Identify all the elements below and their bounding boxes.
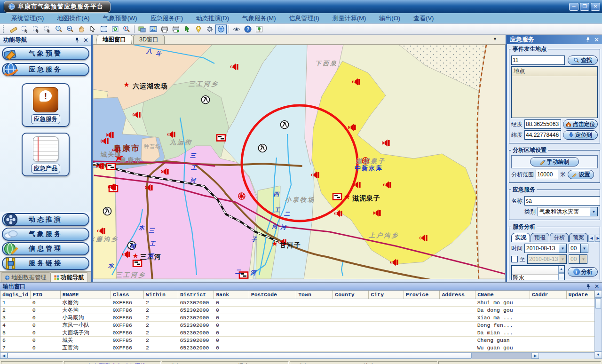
restore-button[interactable]: ❐: [580, 3, 589, 11]
chevron-down-icon[interactable]: ▼: [580, 244, 588, 253]
to-checkbox[interactable]: [511, 256, 518, 262]
station-marker[interactable]: [281, 121, 289, 129]
hour-to-select[interactable]: 00▼: [569, 254, 587, 264]
close-panel-icon[interactable]: ✕: [594, 36, 599, 43]
analyze-button[interactable]: i 分析: [568, 267, 598, 277]
toolbar-export-button[interactable]: [148, 24, 159, 34]
map-tab-dropdown-button[interactable]: ▼: [493, 37, 497, 41]
station-marker[interactable]: [259, 144, 267, 152]
tab-scroll-right-icon[interactable]: ▶: [595, 235, 600, 242]
manual-draw-button[interactable]: 手动绘制: [530, 157, 579, 166]
toolbar-refresh-button[interactable]: [110, 24, 121, 34]
roadsign-marker[interactable]: [107, 164, 115, 170]
click-locate-button[interactable]: 点击定位: [563, 119, 598, 129]
service-name-input[interactable]: [524, 196, 600, 206]
toolbar-help-button[interactable]: ?: [242, 24, 253, 34]
toolbar-zoom-out-button[interactable]: −: [64, 24, 76, 34]
listbox-scrollbar[interactable]: ▲: [558, 266, 564, 280]
chevron-down-icon[interactable]: ▼: [590, 207, 597, 216]
place-list[interactable]: 地点: [511, 66, 598, 118]
set-range-button[interactable]: 设置: [568, 170, 594, 179]
menu-item-6[interactable]: 信息管理(I): [283, 14, 326, 23]
toolbar-pointer-button[interactable]: [87, 24, 98, 34]
tab-analysis[interactable]: 分析: [550, 233, 569, 242]
hour-select[interactable]: 00▼: [569, 244, 588, 253]
date-to-select[interactable]: 2010-08-13▼: [527, 254, 567, 264]
column-header-dmgis_id[interactable]: dmgis_id: [0, 291, 31, 299]
column-header-County[interactable]: County: [333, 291, 369, 299]
close-panel-icon[interactable]: ✕: [83, 37, 88, 44]
output-vertical-scrollbar[interactable]: ▲ ▼: [594, 290, 602, 359]
location-search-input[interactable]: [511, 55, 565, 65]
town-star-marker[interactable]: ★: [132, 252, 138, 260]
column-header-CAddr[interactable]: CAddr: [530, 291, 566, 299]
menu-item-4[interactable]: 动态推演(D): [190, 14, 236, 23]
column-header-Class[interactable]: Class: [111, 291, 144, 299]
station-marker[interactable]: [103, 207, 111, 215]
toolbar-print-setup-button[interactable]: [170, 24, 182, 34]
toolbar-grip[interactable]: [3, 25, 6, 33]
tab-map-data-management[interactable]: 地图数据管理: [1, 272, 50, 282]
station-marker[interactable]: [202, 96, 210, 104]
list-item[interactable]: 降水: [512, 275, 558, 280]
toolbar-print-button[interactable]: [159, 24, 170, 34]
column-header-Update[interactable]: Update: [566, 291, 594, 299]
close-button[interactable]: ✕: [591, 3, 600, 11]
roadsign-marker[interactable]: [217, 135, 225, 141]
toolbar-ruler-button[interactable]: [8, 24, 19, 34]
sidebar-item-info-management[interactable]: 信息管理: [2, 242, 89, 255]
column-header-District[interactable]: District: [178, 291, 214, 299]
toolbar-tree-button[interactable]: [253, 24, 265, 34]
roadsign-marker[interactable]: [133, 261, 142, 267]
latitude-input[interactable]: [524, 130, 561, 140]
toolbar-zoom-scale-button[interactable]: [121, 24, 132, 34]
tab-function-navigation[interactable]: 功能导航: [50, 272, 88, 282]
tab-3d-view[interactable]: 3D窗口: [133, 35, 165, 44]
crossing-marker[interactable]: [238, 193, 245, 199]
chevron-down-icon[interactable]: ▼: [559, 244, 566, 253]
menu-item-5[interactable]: 气象服务(M): [236, 14, 283, 23]
table-row[interactable]: 20大冬沟0XFF8626523020000Da dong gou: [0, 307, 594, 314]
tab-forecast[interactable]: 预报: [531, 233, 549, 242]
date-select[interactable]: 2010-08-13▼: [524, 244, 567, 253]
column-header-PostCode[interactable]: PostCode: [249, 291, 296, 299]
table-row[interactable]: 50大面场子沟0XFF8626523020000Da mian ...: [0, 329, 594, 337]
menu-item-9[interactable]: 查看(V): [407, 14, 440, 23]
scroll-right-icon[interactable]: ▶: [531, 353, 539, 359]
toolbar-layers-button[interactable]: [136, 24, 148, 34]
tab-scroll-left-icon[interactable]: ◀: [588, 235, 594, 242]
column-header-Town[interactable]: Town: [296, 291, 333, 299]
toolbar-pan-button[interactable]: [76, 24, 87, 34]
minimize-button[interactable]: ─: [569, 3, 578, 11]
toolbar-zoom-in-button[interactable]: +: [53, 24, 64, 34]
toolbar-pointer-green-button[interactable]: [182, 24, 193, 34]
element-listbox[interactable]: 降水 空气温度 ▲: [511, 265, 565, 280]
scroll-left-icon[interactable]: ◀: [0, 353, 8, 359]
sidebar-item-emergency-service[interactable]: 应急服务: [2, 63, 89, 76]
pin-icon[interactable]: [586, 37, 590, 42]
table-row[interactable]: 40东风一小队0XFF8626523020000Dong fen...: [0, 322, 594, 329]
town-star-marker[interactable]: ★: [271, 239, 277, 247]
menu-item-1[interactable]: 地图操作(A): [50, 14, 96, 23]
toolbar-select-free-button[interactable]: [42, 24, 53, 34]
column-header-Within[interactable]: Within: [144, 291, 178, 299]
toolbar-extent-button[interactable]: [98, 24, 110, 34]
toolbar-gear-button[interactable]: [204, 24, 215, 34]
sidebar-item-weather-warning[interactable]: 气象预警: [2, 47, 89, 60]
tab-map-view[interactable]: 地图窗口: [96, 35, 133, 44]
toolbar-pin-button[interactable]: [193, 24, 204, 34]
locate-to-button[interactable]: 定位到: [563, 130, 598, 140]
range-input[interactable]: [536, 170, 558, 179]
list-item[interactable]: [512, 266, 558, 275]
vscroll-thumb[interactable]: [595, 298, 601, 309]
column-header-City[interactable]: City: [369, 291, 404, 299]
tab-plan[interactable]: 预案: [569, 233, 588, 242]
scroll-up-icon[interactable]: ▲: [595, 291, 602, 298]
roadsign-marker[interactable]: [333, 194, 341, 200]
menu-item-8[interactable]: 输出(O): [372, 14, 407, 23]
tab-live[interactable]: 实况: [511, 233, 530, 242]
menu-item-2[interactable]: 气象预警(W): [96, 14, 144, 23]
longitude-input[interactable]: [524, 119, 561, 129]
search-button[interactable]: 查找: [568, 55, 598, 65]
town-star-marker[interactable]: ★: [343, 192, 350, 201]
